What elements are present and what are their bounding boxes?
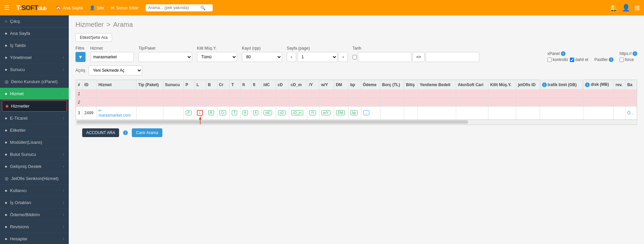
sunucu-icon: ● <box>5 67 7 72</box>
acilis-select[interactable]: Yeni Sekmede Aç <box>89 65 142 75</box>
sidebar-item-is-ortaklari[interactable]: ● İş Ortakları › <box>0 197 69 209</box>
tarih-input[interactable] <box>358 52 412 62</box>
chevron-right-icon: › <box>63 189 64 192</box>
nav-sorun-bildir[interactable]: ✉ Sorun Bildir <box>111 5 139 10</box>
cell-cdm <box>289 98 307 106</box>
chevron-right-icon: › <box>63 68 64 71</box>
cell-tip <box>137 106 163 119</box>
cell-cdm: cD_m <box>289 106 307 119</box>
tip-paket-group: Tip/Paket <box>139 46 192 62</box>
sidebar-item-revisions[interactable]: ● Revisions › <box>0 221 69 233</box>
kilit-musy-select[interactable]: Tümü <box>197 52 237 62</box>
col-num: # <box>76 80 83 90</box>
tag-wy-button[interactable]: w/Y <box>321 110 330 115</box>
sidebar-item-demo-kurulum[interactable]: ◎ Demo Kurulum (cPanel) <box>0 76 69 88</box>
sidebar-item-hizmet[interactable]: ● Hizmet ▾ <box>0 88 69 100</box>
cell-yenileme <box>418 106 456 119</box>
horizontal-scrollbar[interactable] <box>76 120 637 124</box>
chevron-right-icon: › <box>63 213 64 217</box>
col-ft: ft <box>240 80 251 90</box>
tag-ft-button[interactable]: ft <box>243 110 248 115</box>
cell-num: 1 <box>76 89 83 98</box>
col-y: /Y <box>307 80 319 90</box>
edit-icon[interactable]: ✏ <box>98 108 102 113</box>
tag-cdm-button[interactable]: cD_m <box>291 110 303 115</box>
chevron-right-icon: › <box>63 152 64 156</box>
sidebar-item-moduller[interactable]: ● Modüller(Lisans) <box>0 136 69 148</box>
sidebar-item-jetofis[interactable]: ◎ JetOfis Senkron(Hizmet) <box>0 173 69 185</box>
cell-b <box>206 89 217 98</box>
filter-funnel-button[interactable]: ▼ <box>75 52 86 62</box>
profile-icon[interactable]: 👤 <box>622 4 630 12</box>
sidebar-item-e-ticaret[interactable]: ● E-Ticaret › <box>0 112 69 124</box>
nav-ana-sayfa[interactable]: 🏠 Ana Sayfa <box>56 5 83 10</box>
cell-bitis <box>404 89 418 98</box>
col-yenileme: Yenileme Bedeli <box>418 80 456 90</box>
kayit-rpp-select[interactable]: 80 <box>242 52 282 62</box>
breadcrumb: Hizmetler > Arama <box>75 21 637 28</box>
grid-icon[interactable]: ⊞ <box>634 4 640 12</box>
hizmet-link[interactable]: marasmarket.com <box>98 113 135 118</box>
tag-cr-button[interactable]: Cr <box>219 110 226 115</box>
tarih-checkbox[interactable] <box>353 55 357 59</box>
force-label[interactable]: force <box>620 57 634 62</box>
sidebar-item-bulut-sunucu[interactable]: ● Bulut Sunucu › <box>0 148 69 161</box>
breadcrumb-hizmetler[interactable]: Hizmetler <box>75 21 104 28</box>
scrollbar-thumb[interactable] <box>76 120 468 124</box>
tag-cd-button[interactable]: cD <box>278 110 285 115</box>
cell-ft <box>240 89 251 98</box>
table-row: 2 <box>76 98 637 106</box>
tag-more-button[interactable]: ... <box>363 110 369 115</box>
force-checkbox[interactable] <box>620 58 624 62</box>
tip-paket-select[interactable] <box>139 52 192 62</box>
canli-arama-button[interactable]: Canlı Arama <box>132 128 162 137</box>
sidebar-item-kullanici[interactable]: ● Kullanıcı › <box>0 185 69 197</box>
xpanel-kontrollu-checkbox[interactable] <box>547 58 552 62</box>
pasifler-group: Pasifler i <box>594 57 613 62</box>
tag-dc-button[interactable]: /dC <box>264 110 272 115</box>
sidebar-item-ana-sayfa[interactable]: ● Ana Sayfa <box>0 27 69 40</box>
filtre-label: Filtre <box>75 46 86 51</box>
col-disk: i disk (MB) <box>583 80 613 90</box>
nav-site[interactable]: 👤 Site <box>90 5 104 10</box>
tag-fl-button[interactable]: fl <box>253 110 258 115</box>
search-box: 🔍 <box>146 4 213 11</box>
cell-trafik <box>540 89 583 98</box>
etiket-sehir-ara-button[interactable]: Etiket/Şehir Ara <box>75 33 112 42</box>
search-input[interactable] <box>148 5 199 10</box>
account-ara-button[interactable]: ACCOUNT ARA <box>82 128 119 137</box>
cell-t: T <box>229 106 240 119</box>
cell-p <box>184 98 195 106</box>
bottom-action-bar: ACCOUNT ARA i Canlı Arama <box>75 125 637 140</box>
chevron-right-icon: › <box>63 237 64 241</box>
sidebar-item-etiketler[interactable]: ● Etiketler <box>0 124 69 136</box>
tag-bp-button[interactable]: bp <box>351 110 358 115</box>
tag-dm-button[interactable]: DM <box>336 110 345 115</box>
menu-hamburger-icon[interactable]: ☰ <box>4 4 9 11</box>
page-select[interactable]: 1 <box>297 52 337 62</box>
sidebar-item-cikis[interactable]: ○ Çıkış <box>0 15 69 27</box>
breadcrumb-separator: > <box>106 21 110 28</box>
page-next-button[interactable]: › <box>338 52 348 62</box>
sidebar-item-odeme-bildirim[interactable]: ● Ödeme/Bildirim › <box>0 209 69 221</box>
sidebar-item-yonetimsel[interactable]: ● Yönetimsel › <box>0 52 69 64</box>
tarih-to-input[interactable] <box>426 52 479 62</box>
tag-l-button[interactable]: L <box>197 110 203 116</box>
sidebar-item-is-takibi[interactable]: ● İş Takibi <box>0 40 69 52</box>
search-icon[interactable]: 🔍 <box>200 5 206 10</box>
tag-t-button[interactable]: T <box>232 110 237 115</box>
xpanel-dahilet-checkbox[interactable] <box>570 58 574 62</box>
col-b: B <box>206 80 217 90</box>
tag-b-button[interactable]: B <box>208 110 214 115</box>
sidebar-item-hesaplar[interactable]: ● Hesaplar › <box>0 233 69 244</box>
xpanel-kontrollu-label[interactable]: kontrollü <box>547 57 568 62</box>
hizmet-input[interactable] <box>90 52 134 62</box>
tag-y-button[interactable]: /Y <box>309 110 316 115</box>
tag-p-button[interactable]: P <box>186 110 192 115</box>
page-prev-button[interactable]: ‹ <box>287 52 296 62</box>
sidebar-item-gelismis-destek[interactable]: ● Gelişmiş Destek › <box>0 161 69 173</box>
sidebar-item-hizmetler[interactable]: Hizmetler <box>2 101 67 112</box>
xpanel-dahilet-label[interactable]: dahil et <box>570 57 588 62</box>
notification-icon[interactable]: 🔔 <box>609 4 618 12</box>
sidebar-item-sunucu[interactable]: ● Sunucu › <box>0 64 69 76</box>
